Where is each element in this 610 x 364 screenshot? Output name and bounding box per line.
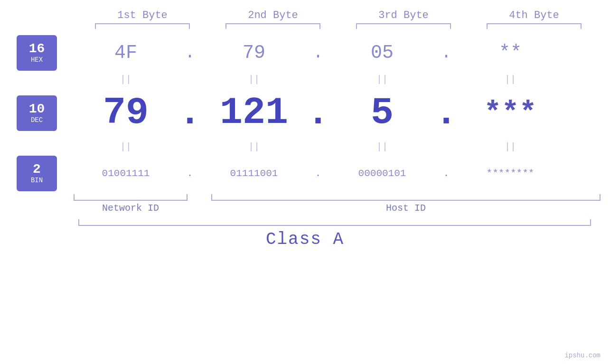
bin-sep3: . [434,168,458,179]
eq-values-1: || || || || [74,74,610,85]
dec-badge-label: DEC [31,116,43,124]
eq2-b3: || [330,141,434,152]
eq2-sep2 [306,141,330,152]
eq1-b2: || [202,74,306,85]
bottom-section: Network ID Host ID [0,194,610,214]
host-bracket [211,194,601,201]
eq1-b1: || [74,74,178,85]
host-id-label: Host ID [211,203,601,214]
dec-b2: 121 [202,94,306,132]
hex-badge-cell: 16 HEX [0,35,74,71]
eq1-sep3 [434,74,458,85]
bin-badge-cell: 2 BIN [0,156,74,191]
dec-badge: 10 DEC [17,95,57,131]
eq-row-2: || || || || [0,139,610,154]
top-brackets [77,23,600,29]
eq1-b3: || [330,74,434,85]
hex-b4: ** [458,42,563,64]
hex-b2: 79 [202,42,306,64]
dec-sep1: . [178,92,202,135]
host-section: Host ID [211,194,601,214]
bin-b1: 01001111 [74,168,178,179]
bracket-3 [356,23,451,29]
network-section: Network ID [74,194,188,214]
eq1-sep2 [306,74,330,85]
bin-badge-label: BIN [31,177,43,184]
bin-badge: 2 BIN [17,156,57,191]
hex-b1: 4F [74,42,178,64]
bin-sep1: . [178,168,202,179]
bin-values: 01001111 . 01111001 . 00000101 . *******… [74,168,610,179]
network-bracket [74,194,188,201]
dec-values: 79 . 121 . 5 . *** [74,92,610,135]
main-container: 1st Byte 2nd Byte 3rd Byte 4th Byte 16 H… [0,0,610,364]
hex-badge: 16 HEX [17,35,57,71]
eq2-b1: || [74,141,178,152]
dec-badge-number: 10 [29,102,45,117]
hex-full-row: 16 HEX 4F . 79 . 05 . ** [0,34,610,72]
bracket-2 [225,23,320,29]
eq2-sep3 [434,141,458,152]
byte-headers-row: 1st Byte 2nd Byte 3rd Byte 4th Byte [77,0,600,21]
eq-values-2: || || || || [74,141,610,152]
eq1-sep1 [178,74,202,85]
hex-sep2: . [306,43,330,63]
dec-b4: *** [458,98,563,128]
byte3-header: 3rd Byte [351,9,456,21]
hex-b3: 05 [330,42,434,64]
hex-values: 4F . 79 . 05 . ** [74,42,610,64]
bin-b3: 00000101 [330,168,434,179]
eq2-b4: || [458,141,563,152]
eq-row-1: || || || || [0,72,610,87]
dec-b3: 5 [330,94,434,132]
eq2-b2: || [202,141,306,152]
byte2-header: 2nd Byte [221,9,325,21]
large-bottom-bracket [78,219,591,226]
bin-b4: ******** [458,168,563,179]
dec-badge-cell: 10 DEC [0,95,74,131]
class-a-label: Class A [266,230,344,249]
bin-b2: 01111001 [202,168,306,179]
bin-badge-number: 2 [33,162,41,177]
dec-full-row: 10 DEC 79 . 121 . 5 . *** [0,87,610,139]
network-id-label: Network ID [102,203,159,214]
bin-sep2: . [306,168,330,179]
eq1-b4: || [458,74,563,85]
hex-sep3: . [434,43,458,63]
bin-full-row: 2 BIN 01001111 . 01111001 . 00000101 . *… [0,154,610,192]
dec-sep3: . [434,92,458,135]
class-label-container: Class A [0,230,610,249]
hex-badge-number: 16 [29,42,45,56]
watermark: ipshu.com [564,352,601,359]
byte1-header: 1st Byte [90,9,195,21]
bracket-4 [487,23,582,29]
large-bracket-container [78,219,591,226]
hex-badge-label: HEX [31,56,43,64]
bracket-1 [95,23,190,29]
byte4-header: 4th Byte [482,9,586,21]
dec-sep2: . [306,92,330,135]
hex-sep1: . [178,43,202,63]
dec-b1: 79 [74,94,178,132]
eq2-sep1 [178,141,202,152]
